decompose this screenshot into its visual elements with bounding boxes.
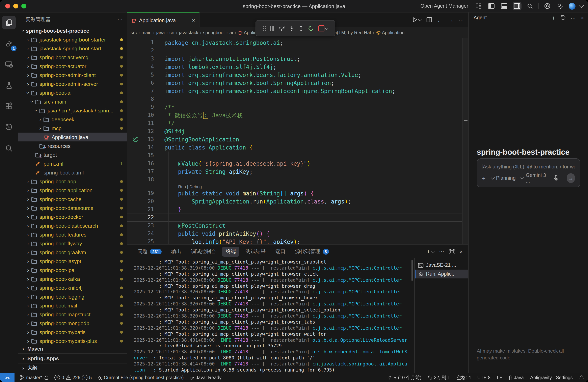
model-dropdown[interactable]: Gemini 3 ... [521, 172, 548, 184]
maximize-panel-icon[interactable] [450, 249, 455, 254]
sidebar-item-timeline[interactable] [2, 121, 16, 134]
panel-tab[interactable]: 问题231 [134, 246, 165, 256]
debug-target-button[interactable]: Current File (spring-boot-best-practice) [97, 375, 184, 380]
toggle-secondary-sidebar-icon[interactable] [513, 2, 522, 10]
open-agent-manager-button[interactable]: Open Agent Manager [420, 3, 468, 9]
code-line[interactable]: 17 private String apiKey; [127, 168, 468, 176]
tree-item[interactable]: ›spring-boot-logging [18, 292, 127, 301]
agent-more-actions-icon[interactable]: ⋯ [571, 15, 576, 21]
terminal-output[interactable]: : MCP Tool: spring_ai_mcp_client_playwri… [127, 258, 414, 373]
code-line[interactable]: 8 [127, 95, 468, 103]
search-icon[interactable] [525, 2, 534, 10]
tree-item[interactable]: ›spring-boot-mongodb [18, 319, 127, 328]
eol-indicator[interactable]: LF [497, 375, 502, 380]
panel-tab[interactable]: 测试结果 [242, 246, 269, 256]
tree-item[interactable]: ›spring-boot-activemq [18, 53, 127, 62]
tree-item[interactable]: spring-boot-ai.iml [18, 168, 127, 177]
tree-item[interactable]: ›spring-boot-jasypt [18, 257, 127, 266]
breadcrumb-item[interactable]: cn [169, 30, 174, 35]
avatar[interactable] [569, 3, 575, 9]
tree-item[interactable]: ›spring-boot-actuator [18, 62, 127, 70]
navigate-forward-icon[interactable]: → [448, 16, 454, 23]
breadcrumb-item[interactable]: ai [229, 30, 233, 35]
new-chat-icon[interactable]: + [552, 14, 555, 21]
tree-item[interactable]: ›spring-boot-elasticsearch [18, 221, 127, 230]
microphone-icon[interactable] [554, 175, 559, 181]
code-line[interactable]: 3import jakarta.annotation.PostConstruct… [127, 55, 468, 63]
step-into-icon[interactable] [289, 25, 294, 31]
code-line[interactable]: 9/** [127, 103, 468, 111]
step-over-icon[interactable] [278, 25, 285, 31]
tab-application-java[interactable]: Application.java × [127, 13, 199, 27]
attach-icon[interactable]: + [482, 175, 486, 182]
code-line[interactable]: 5import org.springframework.beans.factor… [127, 71, 468, 79]
bell-icon[interactable] [579, 375, 584, 380]
close-panel-icon[interactable]: × [460, 248, 463, 255]
explorer-more-actions-icon[interactable]: ⋯ [118, 16, 123, 22]
breadcrumb-item[interactable]: Application [376, 30, 405, 35]
tree-item[interactable]: ›spring-boot-mybatis-plus [18, 337, 127, 344]
spring-boot-gutter-icon[interactable] [133, 137, 138, 142]
sidebar-item-search[interactable] [2, 141, 16, 155]
terminal-scrollbar[interactable] [412, 260, 413, 281]
code-line[interactable]: 1package cn.javastack.springboot.ai; [127, 39, 468, 47]
breadcrumb-item[interactable]: java [156, 30, 165, 35]
tree-item[interactable]: ›spring-boot-datasource [18, 204, 127, 212]
panel-tab[interactable]: 调试控制台 [187, 246, 220, 256]
close-agent-panel-icon[interactable]: × [581, 15, 584, 21]
remote-indicator[interactable]: >< [0, 373, 15, 382]
code-line[interactable]: 24 public void printApiKey() { [127, 230, 468, 238]
code-line[interactable]: 20 SpringApplication.run(Application.cla… [127, 197, 468, 206]
sidebar-item-explorer[interactable] [2, 16, 16, 29]
git-commit-button[interactable]: R (10 个月前) [388, 375, 421, 381]
tree-item[interactable]: ›spring-boot-kafka [18, 275, 127, 283]
toggle-sidebar-icon[interactable] [487, 2, 496, 10]
tree-item[interactable]: ›spring-boot-docker [18, 212, 127, 221]
tree-item[interactable]: target [18, 150, 127, 159]
traffic-lights[interactable] [5, 4, 26, 8]
tree-item[interactable]: ›spring-boot-admin-client [18, 70, 127, 79]
code-line[interactable]: 10 * 微信公众号: Java技术栈 [127, 111, 468, 119]
settings-sync-button[interactable]: Antigravity - Settings [530, 375, 573, 380]
code-line[interactable]: 11 */ [127, 119, 468, 127]
code-line[interactable]: 14public class Application { [127, 144, 468, 151]
editor-scrollbar[interactable] [462, 38, 468, 244]
tree-item[interactable]: ›src / main [18, 97, 127, 106]
code-line[interactable]: 15 [127, 151, 468, 160]
tree-item[interactable]: Application.java [18, 133, 127, 141]
customize-layout-icon[interactable] [474, 2, 483, 10]
code-line[interactable]: 18 [127, 176, 468, 184]
code-line[interactable]: 13@SpringBootApplication [127, 135, 468, 144]
panel-tab[interactable]: 终端 [222, 246, 239, 256]
code-line[interactable]: 4import lombok.extern.slf4j.Slf4j; [127, 63, 468, 71]
code-line[interactable]: 23 @PostConstruct [127, 222, 468, 230]
sidebar-section-spring-apps[interactable]: ›Spring: Apps [18, 353, 127, 363]
close-tab-icon[interactable]: × [192, 17, 195, 23]
send-button[interactable]: → [567, 173, 575, 183]
tree-item[interactable]: pom.xml1 [18, 159, 127, 168]
tree-item[interactable]: ›deepseek [18, 115, 127, 124]
tree-item[interactable]: ›spring-boot-features [18, 230, 127, 239]
sync-icon[interactable] [44, 375, 49, 380]
stop-icon[interactable] [318, 25, 324, 31]
indentation-indicator[interactable]: 空格: 4 [456, 375, 471, 381]
codelens-run-debug[interactable]: Run | Debug [127, 184, 468, 189]
tree-item[interactable]: ›spring-boot-mybatis [18, 328, 127, 337]
editor-more-actions-icon[interactable]: ⋯ [459, 17, 464, 23]
agent-input-box[interactable]: Ask anything (⌘L), @ to mention, / for w… [477, 158, 580, 187]
tree-item[interactable]: ›javastack-spring-boot-starter [18, 35, 127, 44]
sidebar-section--[interactable]: ›大纲 [18, 363, 127, 373]
breadcrumb-item[interactable]: javastack [179, 30, 198, 35]
panel-tab[interactable]: 源代码管理8 [291, 246, 332, 256]
problems-button[interactable]: ×0 226 i5 [54, 375, 92, 380]
browser-icon[interactable] [543, 2, 552, 10]
sidebar-item-run-debug[interactable]: 1 [2, 37, 16, 50]
navigate-back-icon[interactable]: ← [437, 16, 443, 23]
code-line[interactable]: 22 [127, 213, 468, 222]
tree-item[interactable]: ›spring-boot-admin-server [18, 79, 127, 88]
stop-chevron-down-icon[interactable] [324, 26, 328, 30]
breadcrumb-item[interactable]: src [131, 30, 137, 35]
tree-item[interactable]: ›spring-boot-application [18, 186, 127, 195]
tree-item[interactable]: ›spring-boot-jpa [18, 266, 127, 275]
panel-tab[interactable]: 端口 [272, 246, 289, 256]
